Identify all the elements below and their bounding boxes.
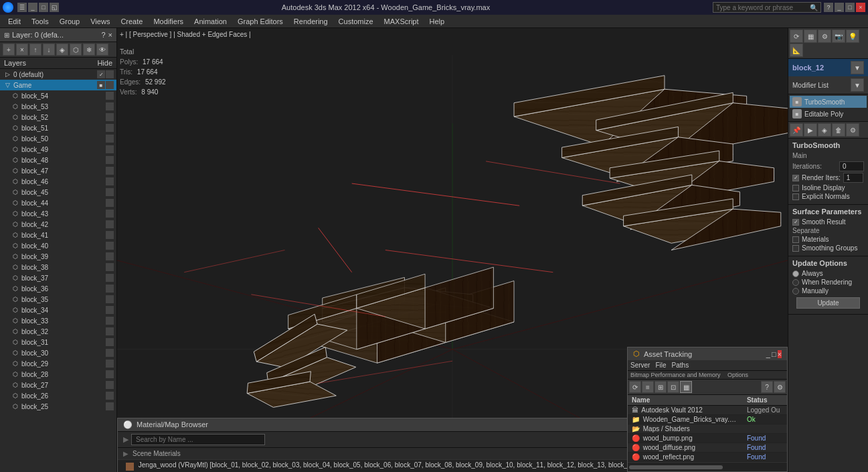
smoothing-groups-check[interactable] <box>792 245 799 252</box>
rp-btn-4[interactable]: 📷 <box>832 29 845 43</box>
layers-help-btn[interactable]: ? <box>101 31 105 39</box>
render-iters-value[interactable]: 1 <box>843 173 863 183</box>
layer-ctrl-1[interactable] <box>106 285 114 293</box>
layer-item[interactable]: ⬡ block_54 <box>0 90 116 101</box>
layer-item[interactable]: ⬡ block_38 <box>0 262 116 272</box>
layer-item-game[interactable]: ▽ Game ■ <box>0 80 116 90</box>
menu-customize[interactable]: Customize <box>333 16 379 27</box>
materials-check[interactable] <box>792 236 799 243</box>
at-icons-btn[interactable]: ⊡ <box>667 381 679 393</box>
help-btn[interactable]: ? <box>824 3 833 12</box>
at-row[interactable]: 📂 Maps / Shaders <box>628 424 787 434</box>
isoline-check[interactable] <box>792 185 799 191</box>
layer-ctrl-1[interactable] <box>106 167 114 175</box>
update-button[interactable]: Update <box>796 297 860 309</box>
menu-btn[interactable]: ☰ <box>17 3 27 12</box>
at-row[interactable]: 🔴 wood_bump.png Found <box>628 434 787 443</box>
menu-rendering[interactable]: Rendering <box>288 16 333 27</box>
layer-ctrl-1[interactable] <box>106 263 114 271</box>
config-btn[interactable]: ⚙ <box>846 123 859 137</box>
rp-btn-3[interactable]: ⚙ <box>818 29 831 43</box>
layers-list[interactable]: ▷ 0 (default) ✓ ▽ Game ■ ⬡ block_54 <box>0 69 116 472</box>
search-input[interactable] <box>716 4 810 11</box>
layer-item[interactable]: ⬡ block_27 <box>0 380 116 390</box>
at-row[interactable]: 📁 Wooden_Game_Bricks_vray.max Ok <box>628 415 787 424</box>
layer-ctrl-1[interactable] <box>106 177 114 185</box>
layer-ctrl-1[interactable] <box>106 381 114 389</box>
layer-ctrl-1[interactable] <box>106 327 114 335</box>
menu-animation[interactable]: Animation <box>189 16 232 27</box>
remove-mod-btn[interactable]: 🗑 <box>832 123 845 137</box>
layer-ctrl-1[interactable] <box>106 199 114 207</box>
at-close[interactable]: × <box>778 350 782 358</box>
search-box[interactable]: 🔍 <box>713 2 821 13</box>
at-file[interactable]: File <box>655 362 666 369</box>
at-list-btn[interactable]: ≡ <box>642 381 654 393</box>
layer-ctrl-1[interactable] <box>106 92 114 100</box>
rp-btn-2[interactable]: ▦ <box>804 29 817 43</box>
layer-ctrl-1[interactable] <box>106 124 114 132</box>
layer-item[interactable]: ⬡ block_45 <box>0 187 116 198</box>
layer-ctrl-1[interactable] <box>106 392 114 400</box>
layer-item[interactable]: ⬡ block_48 <box>0 155 116 165</box>
layer-item[interactable]: ▷ 0 (default) ✓ <box>0 69 116 80</box>
layer-item[interactable]: ⬡ block_29 <box>0 358 116 369</box>
layer-item[interactable]: ⬡ block_40 <box>0 240 116 251</box>
at-row[interactable]: 🔴 wood_diffuse.png Found <box>628 443 787 453</box>
menu-views[interactable]: Views <box>85 16 115 27</box>
layer-ctrl-1[interactable] <box>106 274 114 282</box>
layer-item[interactable]: ⬡ block_53 <box>0 101 116 112</box>
layer-item[interactable]: ⬡ block_42 <box>0 219 116 230</box>
modifier-turbosmooth[interactable]: ■ TurboSmooth <box>790 96 867 108</box>
layer-item[interactable]: ⬡ block_28 <box>0 369 116 380</box>
layer-ctrl-1[interactable] <box>106 317 114 325</box>
layer-ctrl-1[interactable] <box>106 370 114 378</box>
menu-graph-editors[interactable]: Graph Editors <box>232 16 288 27</box>
menu-edit[interactable]: Edit <box>3 16 26 27</box>
rp-btn-6[interactable]: 📐 <box>790 44 803 57</box>
pin-stack-btn[interactable]: 📌 <box>790 123 803 137</box>
at-minimize[interactable]: _ <box>766 350 770 358</box>
at-help-btn[interactable]: ? <box>761 381 773 393</box>
menu-group[interactable]: Group <box>54 16 86 27</box>
layer-ctrl-1[interactable] <box>106 102 114 110</box>
layer-item[interactable]: ⬡ block_33 <box>0 315 116 326</box>
layer-ctrl-1[interactable] <box>106 402 114 410</box>
layer-ctrl-1[interactable] <box>106 360 114 368</box>
layer-ctrl-1[interactable] <box>106 210 114 218</box>
make-unique-btn[interactable]: ◈ <box>818 123 831 137</box>
rp-btn-5[interactable]: 💡 <box>846 29 859 43</box>
layers-highlight-btn[interactable]: ⬡ <box>70 44 82 56</box>
mod-list-expand[interactable]: ▼ <box>851 78 864 92</box>
layer-ctrl-1[interactable] <box>106 220 114 228</box>
at-refresh-btn[interactable]: ⟳ <box>629 381 641 393</box>
at-config-btn[interactable]: ⚙ <box>774 381 786 393</box>
layer-item[interactable]: ⬡ block_26 <box>0 390 116 401</box>
at-scrollbar[interactable] <box>628 462 787 471</box>
layer-item[interactable]: ⬡ block_52 <box>0 112 116 123</box>
when-rendering-radio[interactable] <box>792 279 799 286</box>
at-grid-btn[interactable]: ⊞ <box>655 381 667 393</box>
layer-item[interactable]: ⬡ block_34 <box>0 305 116 315</box>
layer-item[interactable]: ⬡ block_44 <box>0 198 116 208</box>
rp-btn-1[interactable]: ⟳ <box>790 29 803 43</box>
layer-ctrl-1[interactable] <box>106 156 114 164</box>
layer-item[interactable]: ⬡ block_37 <box>0 272 116 283</box>
layer-ctrl-1[interactable] <box>106 135 114 143</box>
at-server[interactable]: Server <box>630 362 650 369</box>
layer-ctrl-1[interactable] <box>106 145 114 153</box>
layer-ctrl-1[interactable] <box>106 113 114 121</box>
layer-item[interactable]: ⬡ block_32 <box>0 326 116 337</box>
iterations-value[interactable]: 0 <box>839 161 864 171</box>
layer-ctrl-1[interactable] <box>106 242 114 250</box>
at-scrollbar-thumb[interactable] <box>629 465 723 469</box>
menu-tools[interactable]: Tools <box>26 16 54 27</box>
layer-item[interactable]: ⬡ block_49 <box>0 144 116 155</box>
material-search-input[interactable] <box>131 434 265 445</box>
layer-item[interactable]: ⬡ block_41 <box>0 230 116 240</box>
layers-hide-btn[interactable]: 👁 <box>96 44 108 56</box>
at-map-btn[interactable]: ▦ <box>680 381 692 393</box>
layer-ctrl-1[interactable] <box>106 306 114 314</box>
layer-item[interactable]: ⬡ block_51 <box>0 123 116 133</box>
close-btn[interactable]: × <box>856 3 865 12</box>
